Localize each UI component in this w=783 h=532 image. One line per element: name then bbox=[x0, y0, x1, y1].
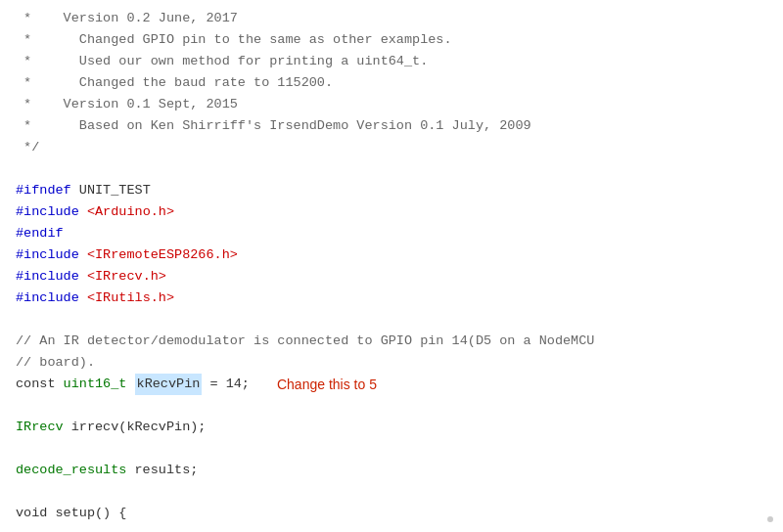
code-line bbox=[0, 481, 783, 503]
code-line: */ bbox=[0, 137, 783, 158]
annotation-text: Change this to 5 bbox=[277, 374, 377, 395]
code-line: #include <Arduino.h> bbox=[0, 201, 783, 223]
code-text: #include bbox=[16, 201, 79, 223]
code-line bbox=[0, 395, 783, 417]
code-line: #endif bbox=[0, 223, 783, 244]
code-text: void setup() { bbox=[16, 503, 126, 524]
code-text: #include bbox=[16, 288, 79, 309]
code-text: * Used our own method for printing a uin… bbox=[16, 51, 428, 72]
code-line: * Version 0.1 Sept, 2015 bbox=[0, 94, 783, 115]
code-text: // An IR detector/demodulator is connect… bbox=[16, 331, 594, 352]
variable-krecvpin: kRecvPin bbox=[135, 374, 203, 395]
code-text: <IRutils.h> bbox=[87, 288, 174, 309]
code-line bbox=[0, 158, 783, 180]
code-text: * Changed GPIO pin to the same as other … bbox=[16, 29, 452, 51]
code-text bbox=[79, 244, 87, 266]
code-line: #include <IRutils.h> bbox=[0, 288, 783, 309]
code-text: * Changed the baud rate to 115200. bbox=[16, 72, 333, 94]
code-line bbox=[0, 309, 783, 331]
code-line: void setup() { bbox=[0, 503, 783, 524]
code-text bbox=[79, 266, 87, 288]
code-text: <IRrecv.h> bbox=[87, 266, 166, 288]
code-line: #include <IRrecv.h> bbox=[0, 266, 783, 288]
code-line: // board). bbox=[0, 352, 783, 374]
keyword-const: const bbox=[16, 374, 64, 395]
code-text: = 14; bbox=[202, 374, 250, 395]
code-line: * Changed GPIO pin to the same as other … bbox=[0, 29, 783, 51]
type-uint16: uint16_t bbox=[64, 374, 127, 395]
code-text: IRrecv bbox=[16, 417, 64, 438]
code-text: decode_results bbox=[16, 460, 126, 481]
code-text: <IRremoteESP8266.h> bbox=[87, 244, 238, 266]
code-line: IRrecv irrecv(kRecvPin); bbox=[0, 417, 783, 438]
code-line: * Used our own method for printing a uin… bbox=[0, 51, 783, 72]
code-text: * Version 0.2 June, 2017 bbox=[16, 8, 238, 29]
code-text: * Based on Ken Shirriff's IrsendDemo Ver… bbox=[16, 115, 531, 137]
code-text bbox=[79, 201, 87, 223]
const-declaration-line: const uint16_t kRecvPin = 14; Change thi… bbox=[0, 374, 783, 395]
code-line: * Version 0.2 June, 2017 bbox=[0, 8, 783, 29]
code-text: */ bbox=[16, 137, 39, 158]
code-line bbox=[0, 438, 783, 460]
code-line: #ifndef UNIT_TEST bbox=[0, 180, 783, 201]
code-text bbox=[126, 374, 134, 395]
code-text: <Arduino.h> bbox=[87, 201, 174, 223]
code-text bbox=[79, 288, 87, 309]
code-text: // board). bbox=[16, 352, 95, 374]
code-text: * Version 0.1 Sept, 2015 bbox=[16, 94, 238, 115]
code-text: #include bbox=[16, 266, 79, 288]
code-line: #include <IRremoteESP8266.h> bbox=[0, 244, 783, 266]
code-text: #endif bbox=[16, 223, 64, 244]
code-text: results; bbox=[126, 460, 198, 481]
code-text: UNIT_TEST bbox=[71, 180, 151, 201]
code-line: // An IR detector/demodulator is connect… bbox=[0, 331, 783, 352]
scroll-indicator bbox=[767, 516, 773, 522]
code-line: decode_results results; bbox=[0, 460, 783, 481]
code-line: * Changed the baud rate to 115200. bbox=[0, 72, 783, 94]
code-line: * Based on Ken Shirriff's IrsendDemo Ver… bbox=[0, 115, 783, 137]
code-editor: * Version 0.2 June, 2017 * Changed GPIO … bbox=[0, 0, 783, 532]
code-text: #ifndef bbox=[16, 180, 71, 201]
code-text: irrecv(kRecvPin); bbox=[64, 417, 207, 438]
code-text: #include bbox=[16, 244, 79, 266]
